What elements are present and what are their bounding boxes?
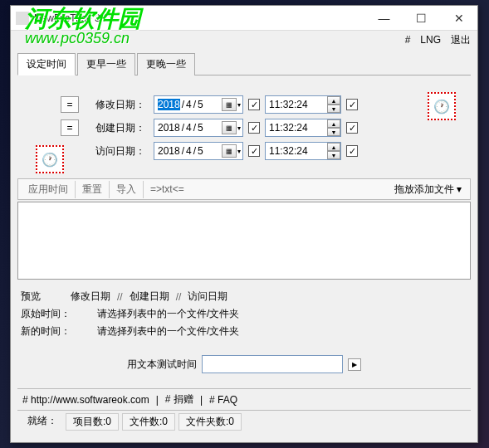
time-picker-access[interactable]: 11:32:24 ▲ ▼ — [265, 142, 341, 160]
date-rows: = 修改日期： 2018 / 4 / 5 ▦ ▾ ✓ 11:32:24 — [26, 95, 462, 160]
day-create[interactable]: 5 — [198, 122, 203, 134]
calendar-icon[interactable]: ▦ — [222, 121, 237, 134]
window-title: NewFileTime 3.13 — [34, 12, 365, 24]
tabs: 设定时间 更早一些 更晚一些 — [17, 52, 471, 75]
titlebar[interactable]: NewFileTime 3.13 — ☐ ✕ — [11, 6, 477, 31]
test-time-input[interactable] — [202, 355, 343, 373]
txt-button[interactable]: =>txt<= — [144, 182, 191, 197]
menubar: # LNG 退出 — [11, 31, 477, 49]
time-value-modify[interactable]: 11:32:24 — [269, 99, 308, 110]
time-picker-create[interactable]: 11:32:24 ▲ ▼ — [265, 119, 341, 137]
dropdown-arrow-icon[interactable]: ▾ — [237, 124, 241, 132]
import-button[interactable]: 导入 — [110, 181, 144, 198]
app-icon — [16, 12, 29, 25]
year-access[interactable]: 2018 — [158, 145, 180, 157]
close-button[interactable]: ✕ — [440, 6, 477, 31]
test-time-row: 用文本测试时间 ▶ — [17, 355, 471, 373]
row-new-time: 新的时间： 请选择列表中的一个文件/文件夹 — [17, 323, 471, 340]
preview-modify-col: 修改日期 — [71, 290, 110, 304]
preview-access-col: 访问日期 — [188, 290, 227, 304]
checkbox-modify-date[interactable]: ✓ — [248, 99, 260, 110]
preview-label: 预览 — [21, 290, 41, 304]
tab-set-time[interactable]: 设定时间 — [17, 53, 76, 75]
checkbox-create-time[interactable]: ✓ — [346, 122, 358, 134]
preview-header: 预览 修改日期 // 创建日期 // 访问日期 — [17, 288, 471, 305]
spin-up-icon[interactable]: ▲ — [327, 119, 340, 128]
link-donate[interactable]: # 捐赠 — [165, 392, 193, 407]
year-modify[interactable]: 2018 — [158, 99, 180, 110]
exit-menu[interactable]: 退出 — [451, 33, 471, 47]
date-picker-access[interactable]: 2018 / 4 / 5 ▦ ▾ — [154, 142, 243, 160]
label-original-time: 原始时间： — [21, 307, 84, 321]
row-modify-date: = 修改日期： 2018 / 4 / 5 ▦ ▾ ✓ 11:32:24 — [26, 95, 462, 114]
checkbox-access-time[interactable]: ✓ — [346, 145, 358, 157]
month-access[interactable]: 4 — [186, 145, 192, 157]
status-ready: 就绪： — [22, 413, 62, 431]
label-create-date: 创建日期： — [84, 121, 149, 135]
spin-down-icon[interactable]: ▼ — [327, 105, 340, 113]
checkbox-modify-time[interactable]: ✓ — [346, 99, 358, 110]
row-original-time: 原始时间： 请选择列表中的一个文件/文件夹 — [17, 305, 471, 323]
checkbox-access-date[interactable]: ✓ — [248, 145, 260, 157]
year-create[interactable]: 2018 — [158, 122, 180, 134]
label-new-time: 新的时间： — [21, 324, 84, 338]
calendar-icon[interactable]: ▦ — [222, 144, 237, 158]
spin-up-icon[interactable]: ▲ — [327, 143, 340, 151]
divider-slash: // — [176, 291, 182, 303]
reset-button[interactable]: 重置 — [76, 181, 110, 198]
date-picker-modify[interactable]: 2018 / 4 / 5 ▦ ▾ — [154, 95, 243, 114]
time-value-create[interactable]: 11:32:24 — [269, 122, 308, 134]
day-access[interactable]: 5 — [198, 145, 203, 157]
test-go-button[interactable]: ▶ — [348, 358, 361, 371]
label-access-date: 访问日期： — [84, 144, 149, 158]
status-files: 文件数:0 — [122, 413, 175, 431]
tab-later[interactable]: 更晚一些 — [137, 53, 195, 75]
client-area: 设定时间 更早一些 更晚一些 = 修改日期： 2018 / 4 / 5 ▦ — [11, 49, 477, 435]
preview-create-col: 创建日期 — [130, 290, 169, 304]
value-original-time: 请选择列表中的一个文件/文件夹 — [97, 307, 239, 321]
spin-up-icon[interactable]: ▲ — [327, 96, 340, 105]
tab-earlier[interactable]: 更早一些 — [77, 53, 135, 75]
value-new-time: 请选择列表中的一个文件/文件夹 — [97, 324, 239, 338]
tab-panel-set-time: = 修改日期： 2018 / 4 / 5 ▦ ▾ ✓ 11:32:24 — [17, 80, 471, 172]
time-value-access[interactable]: 11:32:24 — [269, 145, 308, 157]
drop-files-button[interactable]: 拖放添加文件 ▾ — [389, 181, 467, 198]
clock-icon-left[interactable] — [36, 145, 64, 173]
window-controls: — ☐ ✕ — [365, 6, 477, 31]
clock-icon-right[interactable] — [428, 92, 456, 120]
date-picker-create[interactable]: 2018 / 4 / 5 ▦ ▾ — [154, 119, 243, 137]
eq-button-create[interactable]: = — [61, 119, 79, 136]
divider-slash: // — [117, 291, 123, 303]
lng-menu[interactable]: LNG — [420, 34, 441, 46]
row-create-date: = 创建日期： 2018 / 4 / 5 ▦ ▾ ✓ 11:32:24 — [26, 119, 462, 137]
apply-time-button[interactable]: 应用时间 — [22, 181, 76, 198]
spin-down-icon[interactable]: ▼ — [327, 151, 340, 159]
toolbar: 应用时间 重置 导入 =>txt<= 拖放添加文件 ▾ — [17, 178, 471, 200]
status-items: 项目数:0 — [66, 413, 119, 431]
main-window: NewFileTime 3.13 — ☐ ✕ # LNG 退出 设定时间 更早一… — [10, 5, 478, 443]
month-create[interactable]: 4 — [186, 122, 192, 134]
statusbar: 就绪： 项目数:0 文件数:0 文件夹数:0 — [17, 411, 471, 433]
spin-down-icon[interactable]: ▼ — [327, 128, 340, 136]
calendar-icon[interactable]: ▦ — [222, 98, 237, 111]
hash-menu[interactable]: # — [405, 34, 411, 46]
link-faq[interactable]: # FAQ — [209, 394, 237, 406]
checkbox-create-date[interactable]: ✓ — [248, 122, 260, 134]
link-homepage[interactable]: # http://www.softwareok.com — [22, 394, 149, 406]
minimize-button[interactable]: — — [365, 6, 403, 31]
row-access-date: 访问日期： 2018 / 4 / 5 ▦ ▾ ✓ 11:32:24 — [26, 142, 462, 160]
file-list[interactable] — [17, 202, 471, 280]
day-modify[interactable]: 5 — [198, 99, 203, 110]
month-modify[interactable]: 4 — [186, 99, 192, 110]
time-picker-modify[interactable]: 11:32:24 ▲ ▼ — [265, 95, 341, 114]
dropdown-arrow-icon[interactable]: ▾ — [237, 148, 241, 155]
footer-links: # http://www.softwareok.com | # 捐赠 | # F… — [17, 388, 471, 411]
label-modify-date: 修改日期： — [84, 98, 149, 112]
status-folders: 文件夹数:0 — [178, 413, 242, 431]
eq-button-modify[interactable]: = — [61, 96, 79, 113]
label-test-time: 用文本测试时间 — [127, 358, 197, 372]
dropdown-arrow-icon[interactable]: ▾ — [237, 101, 241, 109]
maximize-button[interactable]: ☐ — [403, 6, 440, 31]
